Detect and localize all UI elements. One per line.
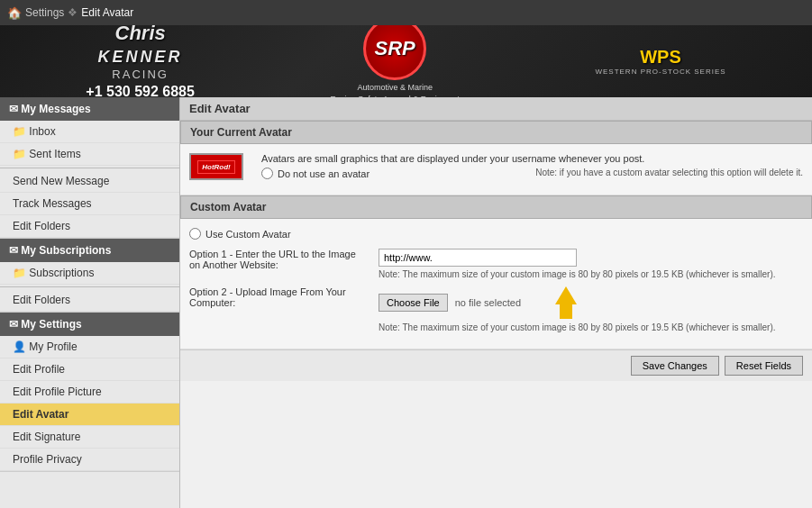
kenner-phone: +1 530 592 6885 <box>86 83 195 97</box>
edit-avatar-label: Edit Avatar <box>13 408 68 421</box>
kenner-name: Chris <box>86 25 195 47</box>
track-messages-label: Track Messages <box>13 197 92 210</box>
banner-wps: WPS WESTERN PRO-STOCK SERIES <box>595 47 725 76</box>
wps-sub: WESTERN PRO-STOCK SERIES <box>595 68 725 76</box>
sidebar-item-edit-folders-messages[interactable]: Edit Folders <box>0 215 179 238</box>
breadcrumb-settings[interactable]: Settings <box>25 6 64 19</box>
arrow-up-icon <box>555 286 577 304</box>
sidebar-item-profile-privacy[interactable]: Profile Privacy <box>0 449 179 471</box>
my-settings-header: ✉ My Settings <box>0 313 179 336</box>
option1-input[interactable] <box>379 249 577 267</box>
subscriptions-header-icon: ✉ <box>9 244 18 257</box>
sidebar-item-edit-profile-picture[interactable]: Edit Profile Picture <box>0 381 179 404</box>
reset-fields-button[interactable]: Reset Fields <box>725 356 803 376</box>
edit-profile-picture-label: Edit Profile Picture <box>13 386 102 398</box>
kenner-sub: KENNER <box>86 47 195 68</box>
my-subscriptions-label: My Subscriptions <box>21 244 111 257</box>
kenner-racing: RACING <box>86 68 195 83</box>
my-messages-header: ✉ My Messages <box>0 97 179 121</box>
banner: Chris KENNER RACING +1 530 592 6885 SRP … <box>0 25 812 97</box>
current-avatar-image: HotRod! <box>189 153 243 180</box>
send-new-message-label: Send New Message <box>13 175 109 187</box>
use-custom-radio-row: Use Custom Avatar <box>189 228 803 240</box>
sidebar-item-edit-profile[interactable]: Edit Profile <box>0 358 179 381</box>
option1-row: Option 1 - Enter the URL to the Image on… <box>189 249 803 279</box>
banner-srp: SRP Automotive & Marine Racing Safety Ap… <box>331 25 460 97</box>
breadcrumb-current: Edit Avatar <box>81 6 133 19</box>
current-avatar-section: HotRod! Avatars are small graphics that … <box>180 144 812 195</box>
sidebar-item-sent-items[interactable]: 📁 Sent Items <box>0 143 179 166</box>
messages-icon: ✉ <box>9 103 18 115</box>
edit-folders-subs-label: Edit Folders <box>13 294 70 306</box>
avatar-note: Avatars are small graphics that are disp… <box>261 153 803 164</box>
sidebar-item-edit-folders-subs[interactable]: Edit Folders <box>0 289 179 312</box>
breadcrumb: 🏠 Settings ❖ Edit Avatar <box>7 6 133 20</box>
my-profile-icon: 👤 <box>13 340 26 353</box>
sidebar: ✉ My Messages 📁 Inbox 📁 Sent Items Send … <box>0 97 180 508</box>
option1-note: Note: The maximum size of your custom im… <box>379 269 803 279</box>
sidebar-item-my-profile[interactable]: 👤 My Profile <box>0 336 179 358</box>
no-avatar-radio[interactable] <box>261 168 273 179</box>
option2-label: Option 2 - Upload Image From Your Comput… <box>189 286 370 308</box>
use-custom-radio[interactable] <box>189 228 201 240</box>
option2-note: Note: The maximum size of your custom im… <box>379 322 803 332</box>
no-file-text: no file selected <box>455 297 521 308</box>
inbox-icon: 📁 <box>13 125 26 138</box>
srp-letters: SRP <box>375 37 415 60</box>
edit-folders-messages-label: Edit Folders <box>13 220 70 232</box>
sent-icon: 📁 <box>13 148 26 160</box>
edit-profile-label: Edit Profile <box>13 363 65 376</box>
file-row: Choose File no file selected <box>379 286 803 319</box>
sidebar-section-settings: ✉ My Settings 👤 My Profile Edit Profile … <box>0 313 179 472</box>
inbox-label: Inbox <box>29 125 55 138</box>
srp-line1: Automotive & Marine <box>357 83 433 92</box>
arrow-body <box>560 304 572 319</box>
my-subscriptions-header: ✉ My Subscriptions <box>0 239 179 262</box>
option2-row: Option 2 - Upload Image From Your Comput… <box>189 286 803 332</box>
divider1 <box>0 168 179 168</box>
current-avatar-title: Your Current Avatar <box>180 121 812 144</box>
breadcrumb-arrow: ❖ <box>68 6 78 19</box>
my-settings-label: My Settings <box>21 318 81 331</box>
save-changes-button[interactable]: Save Changes <box>631 356 719 376</box>
sidebar-item-inbox[interactable]: 📁 Inbox <box>0 121 179 143</box>
sidebar-item-track-messages[interactable]: Track Messages <box>0 193 179 215</box>
subscriptions-icon: 📁 <box>13 267 26 279</box>
sent-items-label: Sent Items <box>29 148 80 160</box>
current-avatar-title-text: Your Current Avatar <box>190 126 292 139</box>
home-icon[interactable]: 🏠 <box>7 6 22 20</box>
custom-avatar-title: Custom Avatar <box>180 195 812 219</box>
profile-privacy-label: Profile Privacy <box>13 453 82 466</box>
buttons-row: Save Changes Reset Fields <box>180 349 812 381</box>
no-avatar-label: Do not use an avatar <box>278 168 370 179</box>
srp-text: Automotive & Marine Racing Safety Appare… <box>331 82 460 97</box>
settings-header-icon: ✉ <box>9 318 18 331</box>
arrow-indicator <box>555 286 577 319</box>
custom-avatar-section: Use Custom Avatar Option 1 - Enter the U… <box>180 219 812 349</box>
top-bar: 🏠 Settings ❖ Edit Avatar <box>0 0 812 25</box>
sidebar-item-subscriptions[interactable]: 📁 Subscriptions <box>0 262 179 285</box>
no-avatar-note: Note: if you have a custom avatar select… <box>535 168 803 177</box>
sidebar-item-send-new-message[interactable]: Send New Message <box>0 170 179 193</box>
content-area: Edit Avatar Your Current Avatar HotRod! … <box>180 97 812 508</box>
content-title: Edit Avatar <box>189 102 251 115</box>
use-custom-label: Use Custom Avatar <box>205 229 291 240</box>
srp-line2: Racing Safety Apparel & Equipment <box>331 95 460 97</box>
sidebar-section-messages: ✉ My Messages 📁 Inbox 📁 Sent Items Send … <box>0 97 179 239</box>
option2-control: Choose File no file selected Note: The m… <box>379 286 803 332</box>
custom-avatar-title-text: Custom Avatar <box>190 201 266 213</box>
edit-signature-label: Edit Signature <box>13 431 80 443</box>
avatar-img-text: HotRod! <box>197 160 235 174</box>
sidebar-item-edit-signature[interactable]: Edit Signature <box>0 426 179 449</box>
choose-file-button[interactable]: Choose File <box>379 294 448 312</box>
my-messages-label: My Messages <box>21 103 90 115</box>
content-header: Edit Avatar <box>180 97 812 121</box>
no-avatar-radio-row: Do not use an avatar <box>261 168 370 179</box>
divider2 <box>0 286 179 287</box>
content-body: Your Current Avatar HotRod! Avatars are … <box>180 121 812 381</box>
main-layout: ✉ My Messages 📁 Inbox 📁 Sent Items Send … <box>0 97 812 508</box>
sidebar-item-edit-avatar[interactable]: Edit Avatar <box>0 404 179 426</box>
srp-logo: SRP <box>363 25 426 80</box>
banner-kenner: Chris KENNER RACING +1 530 592 6885 <box>86 25 195 97</box>
sidebar-section-subscriptions: ✉ My Subscriptions 📁 Subscriptions Edit … <box>0 239 179 313</box>
